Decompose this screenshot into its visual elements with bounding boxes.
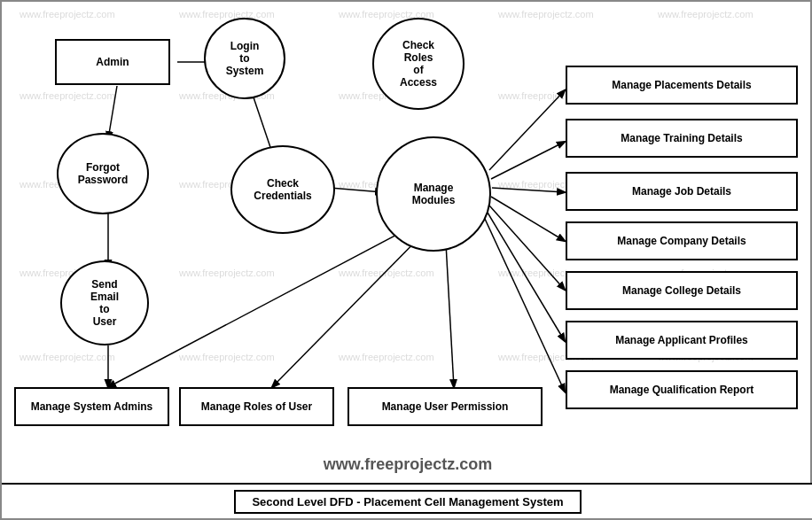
watermark-t2: www.freeprojectz.com bbox=[179, 9, 275, 19]
svg-line-10 bbox=[489, 206, 565, 290]
send-email-node: Send Email to User bbox=[60, 260, 149, 345]
svg-line-11 bbox=[488, 213, 565, 341]
svg-line-6 bbox=[489, 90, 565, 170]
manage-system-admins-box: Manage System Admins bbox=[14, 387, 169, 426]
watermark-c1: www.freeprojectz.com bbox=[20, 352, 115, 362]
watermark-tl: www.freeprojectz.com bbox=[20, 9, 115, 19]
watermark-t5: www.freeprojectz.com bbox=[658, 9, 753, 19]
watermark-b2: www.freeprojectz.com bbox=[179, 268, 275, 278]
admin-node: Admin bbox=[55, 39, 170, 85]
footer-bar: Second Level DFD - Placement Cell Manage… bbox=[2, 483, 812, 518]
svg-line-9 bbox=[491, 197, 565, 241]
svg-line-13 bbox=[108, 223, 418, 387]
svg-line-14 bbox=[272, 225, 432, 387]
check-credentials-node: Check Credentials bbox=[230, 145, 335, 234]
watermark-m1: www.freeprojectz.com bbox=[20, 90, 115, 101]
manage-college-box: Manage College Details bbox=[566, 271, 798, 310]
svg-line-5 bbox=[330, 188, 383, 192]
manage-roles-user-box: Manage Roles of User bbox=[179, 387, 334, 426]
manage-job-box: Manage Job Details bbox=[566, 172, 798, 211]
svg-line-15 bbox=[445, 228, 454, 387]
svg-line-7 bbox=[491, 142, 565, 179]
check-roles-node: Check Roles of Access bbox=[372, 18, 465, 110]
watermark-t4: www.freeprojectz.com bbox=[498, 9, 594, 19]
svg-line-3 bbox=[108, 86, 117, 139]
watermark-b3: www.freeprojectz.com bbox=[339, 268, 434, 278]
manage-company-box: Manage Company Details bbox=[566, 221, 798, 260]
watermark-center: www.freeprojectz.com bbox=[2, 455, 812, 474]
manage-user-permission-box: Manage User Permission bbox=[347, 387, 543, 426]
svg-line-12 bbox=[485, 219, 565, 392]
svg-line-8 bbox=[492, 188, 565, 192]
manage-modules-node: Manage Modules bbox=[376, 136, 491, 252]
watermark-c3: www.freeprojectz.com bbox=[339, 352, 434, 362]
manage-training-box: Manage Training Details bbox=[566, 119, 798, 158]
forgot-password-node: Forgot Password bbox=[57, 133, 149, 214]
watermark-c2: www.freeprojectz.com bbox=[179, 352, 275, 362]
main-container: www.freeprojectz.com www.freeprojectz.co… bbox=[0, 0, 812, 520]
manage-qualification-box: Manage Qualification Report bbox=[566, 370, 798, 409]
manage-applicant-box: Manage Applicant Profiles bbox=[566, 321, 798, 360]
login-node: Login to System bbox=[204, 18, 285, 99]
manage-placements-box: Manage Placements Details bbox=[566, 66, 798, 105]
footer-title: Second Level DFD - Placement Cell Manage… bbox=[234, 490, 581, 514]
